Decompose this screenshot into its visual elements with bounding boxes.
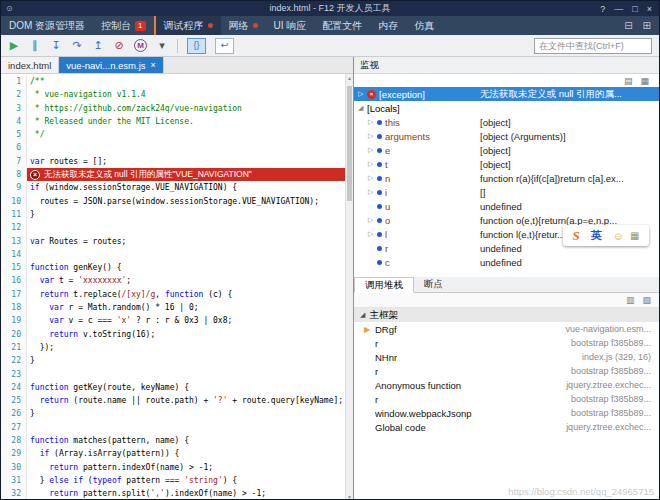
line-number[interactable]: 20 (1, 328, 27, 341)
watch-row[interactable]: ▷i[] (354, 185, 659, 199)
line-number[interactable]: 31 (1, 474, 27, 487)
watch-row[interactable]: ▷this[object] (354, 115, 659, 129)
code-line[interactable]: function genKey() { (27, 261, 345, 274)
line-number[interactable]: 10 (1, 195, 27, 208)
code-line[interactable]: }); (27, 341, 345, 354)
line-number[interactable]: 8 (1, 168, 27, 181)
callstack-row[interactable]: Global codejquery.ztree.exchec... (354, 420, 659, 434)
code-line[interactable]: if (window.sessionStorage.VUE_NAVIGATION… (27, 181, 345, 194)
callstack-row[interactable]: rbootstrap f385b89... (354, 392, 659, 406)
line-number[interactable]: 7 (1, 155, 27, 168)
code-line[interactable]: return v.toString(16); (27, 328, 345, 341)
watch-row[interactable]: ▷nfunction r(a){if(c[a])return c[a].ex..… (354, 171, 659, 185)
watch-row[interactable]: ◢[Locals] (354, 101, 659, 115)
code-line[interactable]: return (route.name || route.path) + '?' … (27, 394, 345, 407)
expander-collapsed-icon[interactable]: ▷ (368, 216, 377, 224)
callstack-row[interactable]: rbootstrap f385b89... (354, 336, 659, 350)
devtools-tab[interactable]: 网络 (221, 16, 266, 35)
break-on-exception-icon[interactable]: ⊘ (113, 40, 125, 51)
code-line[interactable]: * https://github.com/zack24q/vue-navigat… (27, 102, 345, 115)
ime-toolbar[interactable]: S 英 ☺▦ (563, 225, 649, 246)
expander-collapsed-icon[interactable]: ▷ (368, 146, 377, 154)
devtools-tab[interactable]: UI 响应 (266, 16, 315, 35)
scroll-up-icon[interactable]: ▲ (346, 75, 353, 81)
line-number[interactable]: 14 (1, 248, 27, 261)
add-watch-icon[interactable]: ▤ (624, 76, 633, 86)
close-tab-icon[interactable]: × (151, 60, 156, 70)
devtools-tab[interactable]: DOM 资源管理器 (1, 16, 93, 35)
line-number[interactable]: 22 (1, 354, 27, 367)
break-icon[interactable]: ∥ (29, 40, 41, 51)
dock-icon[interactable]: ⊟ (624, 20, 632, 31)
sogou-logo-icon[interactable]: S (573, 228, 580, 244)
code-line[interactable]: routes = JSON.parse(window.sessionStorag… (27, 195, 345, 208)
code-line[interactable]: * vue-navigation v1.1.4 (27, 88, 345, 101)
pretty-print-button[interactable]: {} (187, 38, 206, 54)
word-wrap-button[interactable]: ↩ (215, 38, 234, 54)
panel-tab[interactable]: 断点 (414, 277, 453, 292)
line-number[interactable]: 6 (1, 141, 27, 154)
line-number[interactable]: 18 (1, 301, 27, 314)
code-line[interactable]: var t = 'xxxxxxxx'; (27, 274, 345, 287)
step-into-icon[interactable]: ↧ (50, 40, 62, 51)
callstack-row[interactable]: window.webpackJsonpbootstrap f385b89... (354, 406, 659, 420)
code-line[interactable]: } (27, 354, 345, 367)
line-number[interactable]: 12 (1, 221, 27, 234)
devtools-tab[interactable]: 仿真 (406, 16, 442, 35)
step-over-icon[interactable]: ↷ (71, 40, 83, 51)
code-line[interactable] (27, 421, 345, 434)
code-line[interactable]: var r = Math.random() * 16 | 0; (27, 301, 345, 314)
code-line[interactable]: return pattern.indexOf(name) > -1; (27, 461, 345, 474)
close-icon[interactable]: × (647, 4, 652, 14)
code-line[interactable]: if (Array.isArray(pattern)) { (27, 447, 345, 460)
devtools-tab[interactable]: 调试程序 (154, 16, 221, 35)
code-line[interactable]: var Routes = routes; (27, 235, 345, 248)
devtools-tab[interactable]: 内存 (370, 16, 406, 35)
smiley-icon[interactable]: ☺ (613, 230, 624, 242)
watch-row[interactable]: ▷×[exception]无法获取未定义或 null 引用的属... (354, 87, 659, 101)
line-number[interactable]: 24 (1, 381, 27, 394)
expander-collapsed-icon[interactable]: ▷ (368, 132, 377, 140)
scrollbar-thumb[interactable] (347, 86, 352, 201)
maximize-icon[interactable]: □ (632, 4, 637, 14)
line-number[interactable]: 21 (1, 341, 27, 354)
exception-mode-icon[interactable]: M (134, 39, 147, 52)
code-line[interactable]: var v = c === 'x' ? r : r & 0x3 | 0x8; (27, 314, 345, 327)
code-area[interactable]: 1/**2 * vue-navigation v1.1.43 * https:/… (1, 75, 345, 500)
watch-row[interactable]: ▷e[object] (354, 143, 659, 157)
code-line[interactable] (27, 248, 345, 261)
ime-language-toggle[interactable]: 英 (591, 228, 602, 243)
code-line[interactable]: return pattern.split(',').indexOf(name) … (27, 487, 345, 500)
line-number[interactable]: 11 (1, 208, 27, 221)
line-number[interactable]: 30 (1, 461, 27, 474)
watch-row[interactable]: ▷arguments[object (Arguments)] (354, 129, 659, 143)
code-line[interactable]: /** (27, 75, 345, 88)
frame-group-header[interactable]: ◢ 主框架 (354, 308, 659, 322)
line-number[interactable]: 4 (1, 115, 27, 128)
panel-tab[interactable]: 调用堆栈 (354, 277, 414, 293)
watch-row[interactable]: cundefined (354, 255, 659, 269)
editor-tab[interactable]: index.html (1, 57, 59, 73)
editor-tab[interactable]: vue-navi...n.esm.js× (59, 57, 163, 73)
code-line[interactable]: function matches(pattern, name) { (27, 434, 345, 447)
line-number[interactable]: 23 (1, 368, 27, 381)
code-line[interactable]: } (27, 208, 345, 221)
callstack-row[interactable]: ▶DRgfvue-navigation.esm... (354, 322, 659, 336)
line-number[interactable]: 29 (1, 447, 27, 460)
code-line[interactable]: } else if (typeof pattern === 'string') … (27, 474, 345, 487)
watch-row[interactable]: uundefined (354, 199, 659, 213)
help-icon[interactable]: ? (600, 4, 605, 14)
line-number[interactable]: 3 (1, 102, 27, 115)
code-line[interactable] (27, 368, 345, 381)
line-number[interactable]: 16 (1, 274, 27, 287)
expander-expanded-icon[interactable]: ◢ (358, 104, 367, 112)
editor-vertical-scrollbar[interactable]: ▲ ▼ (345, 74, 353, 500)
pin-icon[interactable]: ⊙ (6, 4, 13, 13)
minimize-icon[interactable]: — (614, 4, 623, 14)
async-stacks-icon[interactable]: ▧ (642, 295, 651, 305)
code-line[interactable]: function getKey(route, keyName) { (27, 381, 345, 394)
line-number[interactable]: 5 (1, 128, 27, 141)
expander-collapsed-icon[interactable]: ▷ (358, 90, 367, 98)
search-input[interactable] (534, 38, 652, 54)
line-number[interactable]: 25 (1, 394, 27, 407)
